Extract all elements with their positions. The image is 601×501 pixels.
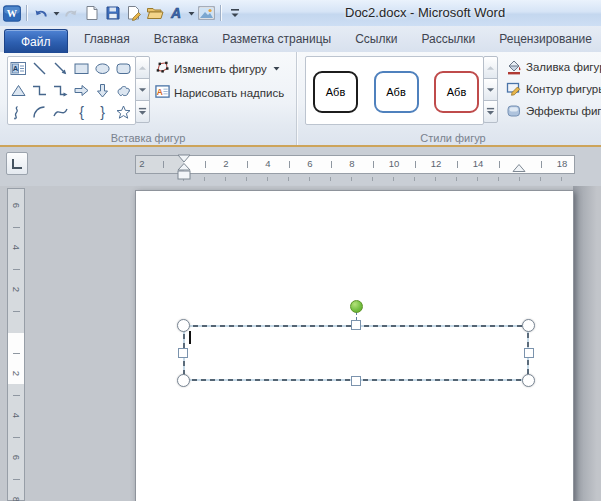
ruler-tick [415,161,416,168]
shape-line[interactable] [29,57,50,79]
shape-right-arrow[interactable] [71,79,92,101]
dropdown-arrow-icon[interactable] [52,3,60,23]
shape-style-swatch-3[interactable]: Абв [434,71,479,113]
shape-left-brace[interactable]: { [71,101,92,123]
chevron-down-icon [486,87,495,93]
ruler-number: 4 [11,408,22,424]
right-indent-marker[interactable] [511,161,527,173]
gallery-more-button[interactable] [135,100,150,123]
shape-scribble[interactable] [8,101,29,123]
rectangle-icon [73,60,90,77]
left-tab-stop-icon [12,159,22,169]
ruler-tick [499,161,500,168]
save-button[interactable] [103,3,123,23]
shape-curve[interactable] [50,101,71,123]
edit-shape-icon [155,60,170,77]
toolbar-separator [220,5,221,21]
gallery-more-button[interactable] [483,100,498,123]
oval-icon [94,60,111,77]
tab-file[interactable]: Файл [4,29,68,53]
ruler-tick [13,479,20,480]
edit-shape-label: Изменить фигуру [174,63,267,75]
gallery-scroll-up-button[interactable] [483,56,498,79]
resize-handle-bottom-left[interactable] [177,374,190,387]
left-brace-icon: { [73,104,90,121]
shape-oval[interactable] [92,57,113,79]
word-window: WA Doc2.docx - Microsoft Word Файл Главн… [0,0,601,501]
wordart-button[interactable]: A [166,3,186,23]
ruler-tick [13,269,20,270]
picture-button[interactable] [196,3,216,23]
open-button[interactable] [145,3,165,23]
shape-arc[interactable] [29,101,50,123]
vertical-ruler: 6422468 [7,188,25,501]
gallery-scroll-up-button[interactable] [135,56,150,79]
ruler-number: 2 [223,158,228,169]
gallery-scroll-down-button[interactable] [135,78,150,101]
indent-markers[interactable] [175,154,193,183]
ruler-bottom-tick [204,177,205,181]
ruler-tick [289,161,290,168]
shape-elbow-arrow-connector[interactable] [50,79,71,101]
resize-handle-top[interactable] [351,320,361,330]
star-icon [115,104,132,121]
shape-rounded-rectangle[interactable] [113,57,134,79]
save-as-button[interactable] [124,3,144,23]
dropdown-icon [188,11,195,16]
shape-text-box[interactable]: A [8,57,29,79]
chevron-down-icon [138,87,147,93]
shape-down-arrow[interactable] [92,79,113,101]
tab-ссылки[interactable]: Ссылки [343,26,409,52]
arc-icon [31,104,48,121]
new-document-button[interactable] [82,3,102,23]
shape-fill-button[interactable]: Заливка фигуры [503,57,601,76]
shape-style-swatch-1[interactable]: Абв [313,71,358,113]
picture-icon [198,6,215,20]
shape-elbow-connector[interactable] [29,79,50,101]
shape-right-brace[interactable]: } [92,101,113,123]
resize-handle-left[interactable] [178,348,188,358]
shape-triangle[interactable] [8,79,29,101]
shape-gallery-scroll [135,56,150,123]
group-label-insert-shapes: Вставка фигур [0,132,296,144]
shape-star[interactable] [113,101,134,123]
draw-textbox-button[interactable]: A Нарисовать надпись [152,83,287,102]
resize-handle-top-right[interactable] [522,319,535,332]
gallery-scroll-down-button[interactable] [483,78,498,101]
shape-rectangle[interactable] [71,57,92,79]
tab-главная[interactable]: Главная [72,26,142,52]
word-logo-button[interactable]: W [2,3,22,23]
rotate-handle[interactable] [350,300,363,313]
svg-text:}: } [100,104,105,120]
ruler-row: 2246810121418 [0,147,601,186]
customize-button[interactable] [225,3,245,23]
dropdown-arrow-icon[interactable] [187,3,195,23]
resize-handle-bottom-right[interactable] [522,374,535,387]
shape-effects-label: Эффекты фигур [526,105,601,117]
ruler-number: 4 [265,158,270,169]
ribbon-tab-row: Файл ГлавнаяВставкаРазметка страницыСсыл… [0,26,601,53]
selected-textbox[interactable] [183,325,529,381]
ruler-tick [13,395,20,396]
ruler-tick [13,311,20,312]
undo-button[interactable] [31,3,51,23]
tab-рецензирование[interactable]: Рецензирование [487,26,601,52]
redo-button[interactable] [61,3,81,23]
resize-handle-bottom[interactable] [351,376,361,386]
tab-рассылки[interactable]: Рассылки [409,26,487,52]
ruler-number: 18 [557,158,568,169]
rounded-rectangle-icon [115,60,132,77]
resize-handle-right[interactable] [524,348,534,358]
ruler-tick [13,353,20,354]
edit-shape-button[interactable]: Изменить фигуру [152,59,283,78]
shape-arrow[interactable] [50,57,71,79]
ribbon: A{} Изменить фигуру A Нарисовать надпись… [0,52,601,147]
tab-stop-selector[interactable] [6,152,28,175]
shape-outline-button[interactable]: Контур фигуры [503,79,601,98]
shape-freeform[interactable] [113,79,134,101]
tab-вставка[interactable]: Вставка [142,26,211,52]
ruler-tick [331,161,332,168]
shape-effects-button[interactable]: Эффекты фигур [503,101,601,120]
shape-style-swatch-2[interactable]: Абв [374,71,419,113]
tab-разметка-страницы[interactable]: Разметка страницы [210,26,343,52]
